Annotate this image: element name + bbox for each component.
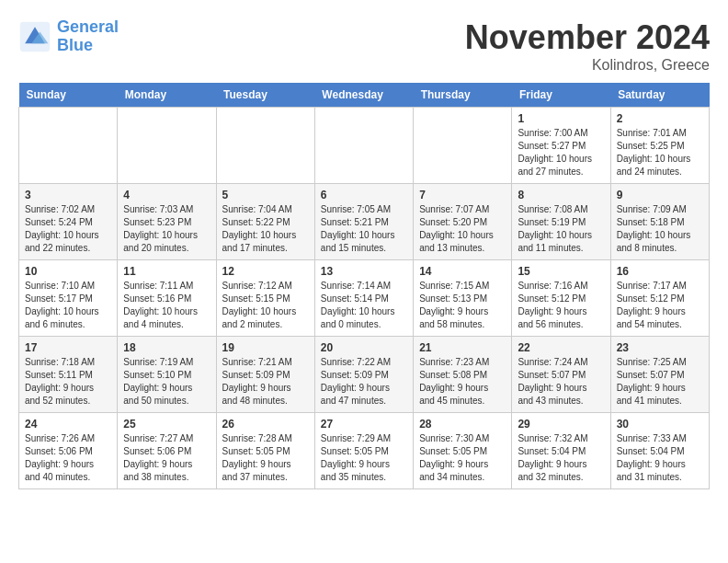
calendar-header-row: SundayMondayTuesdayWednesdayThursdayFrid… [19, 83, 710, 108]
day-info: Sunrise: 7:29 AM Sunset: 5:05 PM Dayligh… [321, 432, 407, 484]
calendar-cell [118, 108, 216, 184]
day-info: Sunrise: 7:08 AM Sunset: 5:19 PM Dayligh… [518, 203, 604, 255]
day-info: Sunrise: 7:25 AM Sunset: 5:07 PM Dayligh… [617, 356, 703, 408]
day-number: 8 [518, 189, 604, 201]
day-number: 26 [222, 418, 309, 431]
logo-text: General Blue [57, 18, 119, 55]
day-number: 22 [518, 341, 604, 354]
calendar-cell: 1Sunrise: 7:00 AM Sunset: 5:27 PM Daylig… [512, 108, 610, 184]
day-info: Sunrise: 7:21 AM Sunset: 5:09 PM Dayligh… [222, 356, 309, 408]
day-info: Sunrise: 7:18 AM Sunset: 5:11 PM Dayligh… [25, 356, 111, 408]
day-info: Sunrise: 7:22 AM Sunset: 5:09 PM Dayligh… [321, 356, 407, 408]
calendar-cell: 14Sunrise: 7:15 AM Sunset: 5:13 PM Dayli… [414, 260, 512, 337]
calendar-cell: 28Sunrise: 7:30 AM Sunset: 5:05 PM Dayli… [414, 413, 512, 489]
day-header-monday: Monday [118, 83, 216, 108]
day-info: Sunrise: 7:33 AM Sunset: 5:04 PM Dayligh… [617, 432, 703, 484]
calendar-cell: 24Sunrise: 7:26 AM Sunset: 5:06 PM Dayli… [19, 413, 118, 489]
day-header-tuesday: Tuesday [216, 83, 314, 108]
day-info: Sunrise: 7:30 AM Sunset: 5:05 PM Dayligh… [419, 432, 506, 484]
calendar-cell: 16Sunrise: 7:17 AM Sunset: 5:12 PM Dayli… [610, 260, 709, 337]
day-info: Sunrise: 7:00 AM Sunset: 5:27 PM Dayligh… [518, 127, 604, 178]
day-info: Sunrise: 7:17 AM Sunset: 5:12 PM Dayligh… [617, 280, 703, 331]
calendar-cell: 18Sunrise: 7:19 AM Sunset: 5:10 PM Dayli… [118, 337, 216, 413]
day-number: 28 [419, 418, 506, 431]
calendar-cell: 6Sunrise: 7:05 AM Sunset: 5:21 PM Daylig… [314, 184, 413, 260]
day-number: 7 [419, 189, 506, 201]
day-number: 9 [617, 189, 703, 201]
day-info: Sunrise: 7:27 AM Sunset: 5:06 PM Dayligh… [123, 432, 210, 484]
day-info: Sunrise: 7:28 AM Sunset: 5:05 PM Dayligh… [222, 432, 309, 484]
calendar-cell: 20Sunrise: 7:22 AM Sunset: 5:09 PM Dayli… [314, 337, 413, 413]
day-number: 23 [617, 341, 703, 354]
calendar-table: SundayMondayTuesdayWednesdayThursdayFrid… [18, 83, 710, 489]
day-info: Sunrise: 7:12 AM Sunset: 5:15 PM Dayligh… [222, 280, 309, 331]
calendar-cell: 12Sunrise: 7:12 AM Sunset: 5:15 PM Dayli… [216, 260, 314, 337]
calendar-cell [314, 108, 413, 184]
calendar-cell: 10Sunrise: 7:10 AM Sunset: 5:17 PM Dayli… [19, 260, 118, 337]
day-number: 30 [617, 418, 703, 431]
day-number: 21 [419, 341, 506, 354]
day-number: 14 [419, 265, 506, 278]
calendar-body: 1Sunrise: 7:00 AM Sunset: 5:27 PM Daylig… [19, 108, 710, 489]
day-info: Sunrise: 7:24 AM Sunset: 5:07 PM Dayligh… [518, 356, 604, 408]
day-number: 18 [123, 341, 210, 354]
day-number: 20 [321, 341, 407, 354]
title-block: November 2024 Kolindros, Greece [465, 18, 710, 74]
day-info: Sunrise: 7:14 AM Sunset: 5:14 PM Dayligh… [321, 280, 407, 331]
calendar-cell: 23Sunrise: 7:25 AM Sunset: 5:07 PM Dayli… [610, 337, 709, 413]
day-info: Sunrise: 7:23 AM Sunset: 5:08 PM Dayligh… [419, 356, 506, 408]
calendar-cell: 5Sunrise: 7:04 AM Sunset: 5:22 PM Daylig… [216, 184, 314, 260]
page-header: General Blue November 2024 Kolindros, Gr… [18, 18, 710, 74]
day-header-wednesday: Wednesday [314, 83, 413, 108]
calendar-cell: 22Sunrise: 7:24 AM Sunset: 5:07 PM Dayli… [512, 337, 610, 413]
day-info: Sunrise: 7:01 AM Sunset: 5:25 PM Dayligh… [617, 127, 703, 178]
calendar-week-1: 1Sunrise: 7:00 AM Sunset: 5:27 PM Daylig… [19, 108, 710, 184]
day-info: Sunrise: 7:05 AM Sunset: 5:21 PM Dayligh… [321, 203, 407, 255]
calendar-cell: 19Sunrise: 7:21 AM Sunset: 5:09 PM Dayli… [216, 337, 314, 413]
logo: General Blue [18, 18, 119, 55]
calendar-cell: 27Sunrise: 7:29 AM Sunset: 5:05 PM Dayli… [314, 413, 413, 489]
calendar-cell: 17Sunrise: 7:18 AM Sunset: 5:11 PM Dayli… [19, 337, 118, 413]
calendar-cell [19, 108, 118, 184]
calendar-cell [216, 108, 314, 184]
day-number: 2 [617, 112, 703, 125]
day-info: Sunrise: 7:19 AM Sunset: 5:10 PM Dayligh… [123, 356, 210, 408]
day-number: 13 [321, 265, 407, 278]
day-info: Sunrise: 7:26 AM Sunset: 5:06 PM Dayligh… [25, 432, 111, 484]
day-number: 19 [222, 341, 309, 354]
calendar-cell: 15Sunrise: 7:16 AM Sunset: 5:12 PM Dayli… [512, 260, 610, 337]
calendar-cell: 8Sunrise: 7:08 AM Sunset: 5:19 PM Daylig… [512, 184, 610, 260]
day-info: Sunrise: 7:09 AM Sunset: 5:18 PM Dayligh… [617, 203, 703, 255]
day-info: Sunrise: 7:04 AM Sunset: 5:22 PM Dayligh… [222, 203, 309, 255]
day-number: 16 [617, 265, 703, 278]
calendar-week-4: 17Sunrise: 7:18 AM Sunset: 5:11 PM Dayli… [19, 337, 710, 413]
day-number: 5 [222, 189, 309, 201]
calendar-week-3: 10Sunrise: 7:10 AM Sunset: 5:17 PM Dayli… [19, 260, 710, 337]
calendar-cell: 25Sunrise: 7:27 AM Sunset: 5:06 PM Dayli… [118, 413, 216, 489]
calendar-cell: 21Sunrise: 7:23 AM Sunset: 5:08 PM Dayli… [414, 337, 512, 413]
calendar-cell [414, 108, 512, 184]
day-number: 10 [25, 265, 111, 278]
day-header-saturday: Saturday [610, 83, 709, 108]
calendar-cell: 4Sunrise: 7:03 AM Sunset: 5:23 PM Daylig… [118, 184, 216, 260]
day-info: Sunrise: 7:02 AM Sunset: 5:24 PM Dayligh… [25, 203, 111, 255]
logo-icon [18, 20, 51, 53]
calendar-week-5: 24Sunrise: 7:26 AM Sunset: 5:06 PM Dayli… [19, 413, 710, 489]
day-number: 17 [25, 341, 111, 354]
day-number: 27 [321, 418, 407, 431]
day-number: 24 [25, 418, 111, 431]
day-info: Sunrise: 7:15 AM Sunset: 5:13 PM Dayligh… [419, 280, 506, 331]
day-number: 25 [123, 418, 210, 431]
calendar-cell: 30Sunrise: 7:33 AM Sunset: 5:04 PM Dayli… [610, 413, 709, 489]
day-info: Sunrise: 7:10 AM Sunset: 5:17 PM Dayligh… [25, 280, 111, 331]
day-info: Sunrise: 7:11 AM Sunset: 5:16 PM Dayligh… [123, 280, 210, 331]
day-header-sunday: Sunday [19, 83, 118, 108]
day-number: 6 [321, 189, 407, 201]
calendar-cell: 13Sunrise: 7:14 AM Sunset: 5:14 PM Dayli… [314, 260, 413, 337]
calendar-cell: 11Sunrise: 7:11 AM Sunset: 5:16 PM Dayli… [118, 260, 216, 337]
location-subtitle: Kolindros, Greece [465, 57, 710, 74]
day-header-thursday: Thursday [414, 83, 512, 108]
day-info: Sunrise: 7:07 AM Sunset: 5:20 PM Dayligh… [419, 203, 506, 255]
day-number: 4 [123, 189, 210, 201]
day-number: 15 [518, 265, 604, 278]
